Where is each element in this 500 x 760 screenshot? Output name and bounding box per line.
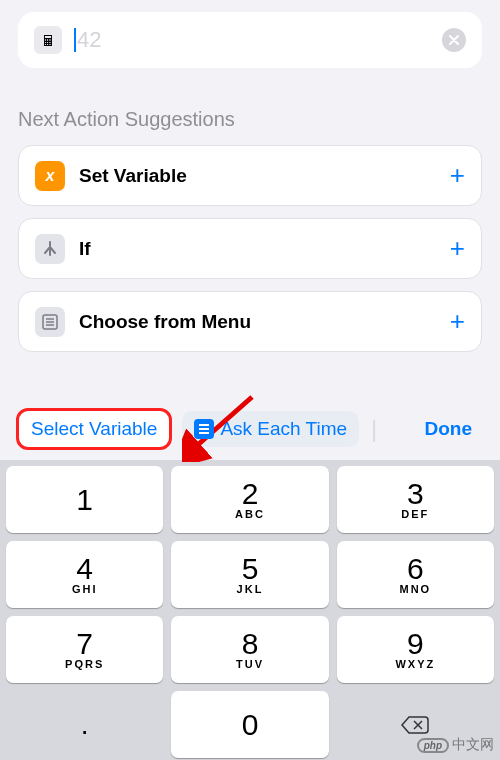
key-9[interactable]: 9WXYZ — [337, 616, 494, 683]
suggestion-label: Choose from Menu — [79, 311, 436, 333]
ask-each-time-button[interactable]: Ask Each Time — [182, 411, 359, 447]
backspace-icon — [400, 715, 430, 735]
key-4[interactable]: 4GHI — [6, 541, 163, 608]
suggestion-label: If — [79, 238, 436, 260]
keyboard-toolbar: Select Variable Ask Each Time | Done — [0, 402, 500, 460]
add-icon[interactable]: + — [450, 233, 465, 264]
message-icon — [194, 419, 214, 439]
clear-icon[interactable] — [442, 28, 466, 52]
key-2[interactable]: 2ABC — [171, 466, 328, 533]
key-1[interactable]: 1 — [6, 466, 163, 533]
number-input[interactable]: 42 — [74, 27, 430, 53]
key-5[interactable]: 5JKL — [171, 541, 328, 608]
suggestion-if[interactable]: If + — [18, 218, 482, 279]
key-7[interactable]: 7PQRS — [6, 616, 163, 683]
number-input-card[interactable]: 🖩 42 — [18, 12, 482, 68]
suggestion-label: Set Variable — [79, 165, 436, 187]
suggestion-set-variable[interactable]: x Set Variable + — [18, 145, 482, 206]
add-icon[interactable]: + — [450, 160, 465, 191]
key-8[interactable]: 8TUV — [171, 616, 328, 683]
numeric-keypad: 1 2ABC 3DEF 4GHI 5JKL 6MNO 7PQRS 8TUV 9W… — [0, 460, 500, 760]
key-dot[interactable]: . — [6, 691, 163, 758]
select-variable-button[interactable]: Select Variable — [16, 408, 172, 450]
menu-icon — [35, 307, 65, 337]
branch-icon — [35, 234, 65, 264]
done-button[interactable]: Done — [413, 411, 485, 447]
calculator-glyph: 🖩 — [41, 32, 56, 49]
add-icon[interactable]: + — [450, 306, 465, 337]
ask-each-time-label: Ask Each Time — [220, 418, 347, 440]
php-badge: php — [417, 738, 449, 753]
suggestion-choose-from-menu[interactable]: Choose from Menu + — [18, 291, 482, 352]
watermark: php 中文网 — [417, 736, 494, 754]
calculator-icon: 🖩 — [34, 26, 62, 54]
next-action-suggestions: Next Action Suggestions x Set Variable +… — [18, 108, 482, 352]
input-placeholder-value: 42 — [77, 27, 101, 53]
suggestions-heading: Next Action Suggestions — [18, 108, 482, 131]
variable-icon: x — [35, 161, 65, 191]
watermark-text: 中文网 — [452, 736, 494, 754]
text-cursor — [74, 28, 76, 52]
separator: | — [371, 415, 377, 443]
key-6[interactable]: 6MNO — [337, 541, 494, 608]
key-3[interactable]: 3DEF — [337, 466, 494, 533]
key-0[interactable]: 0 — [171, 691, 328, 758]
